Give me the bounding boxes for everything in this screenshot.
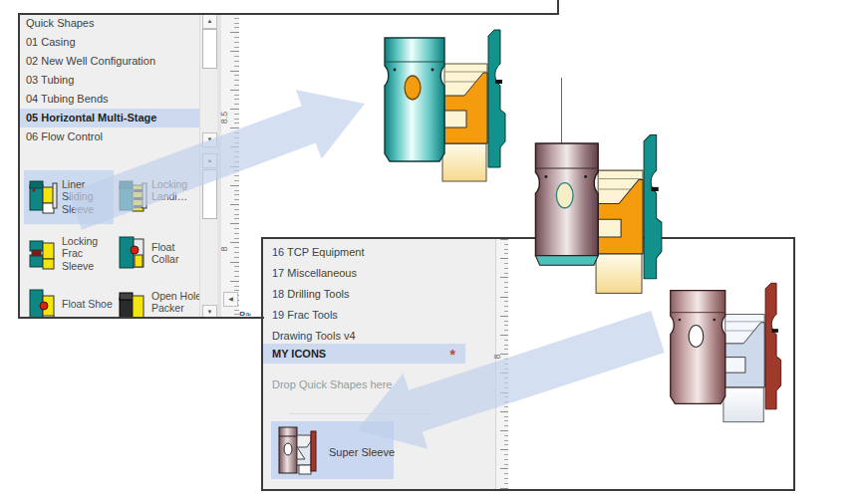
- sliding-sleeve-tool-teal[interactable]: [375, 22, 508, 189]
- ruler-label: 8: [219, 246, 229, 251]
- stencil-section-list: 16 TCP Equipment 17 Miscellaneous 18 Dri…: [263, 239, 495, 489]
- stencil-section-list: Quick Shapes 01 Casing 02 New Well Confi…: [18, 13, 199, 317]
- vertical-ruler: 8.5 8: [221, 13, 240, 317]
- page-tab[interactable]: Page-1: [239, 310, 251, 316]
- locking-frac-sleeve-icon: [28, 233, 60, 273]
- stencil-item-label: Super Sleeve: [329, 446, 395, 458]
- required-asterisk-icon: *: [450, 345, 455, 365]
- section-my-icons-label: MY ICONS: [272, 348, 326, 360]
- stencil-item-open-hole-packer[interactable]: Open Hole Packer: [114, 282, 203, 317]
- scroll-up-icon[interactable]: ▲: [202, 14, 217, 29]
- ruler-major-ticks: [230, 13, 239, 317]
- fragment1-bottom-border: [18, 317, 264, 319]
- section-16-tcp-equipment[interactable]: 16 TCP Equipment: [263, 242, 495, 262]
- locking-landing-icon: [118, 176, 149, 216]
- ruler-label: 8: [492, 354, 502, 359]
- section-list-scrollbar[interactable]: ▲ ▼ ▲ ▼: [199, 13, 218, 317]
- section-18-drilling-tools[interactable]: 18 Drilling Tools: [263, 284, 495, 304]
- stencil-item-locking-landing[interactable]: Locking Landi…: [114, 170, 203, 224]
- section-03-tubing[interactable]: 03 Tubing: [18, 71, 199, 90]
- drawing-canvas-sliver: [239, 13, 251, 317]
- stencil-item-label: Locking Landi…: [151, 178, 203, 203]
- section-my-icons[interactable]: MY ICONS *: [263, 344, 465, 364]
- stencil-item-float-shoe[interactable]: Float Shoe: [24, 282, 114, 317]
- sliding-sleeve-tool-brown[interactable]: [525, 126, 665, 302]
- slide-canvas: Quick Shapes 01 Casing 02 New Well Confi…: [0, 0, 868, 496]
- section-drawing-tools-v4[interactable]: Drawing Tools v4: [263, 326, 495, 346]
- scrollbar-thumb[interactable]: [202, 29, 217, 69]
- sliding-sleeve-tool-maroon[interactable]: [661, 276, 784, 429]
- stencil-item-label: Locking Frac Sleeve: [62, 235, 114, 272]
- float-shoe-icon: [28, 288, 60, 317]
- stencil-item-super-sleeve[interactable]: Super Sleeve: [271, 421, 394, 479]
- stencil-item-label: Float Collar: [151, 241, 203, 266]
- section-19-frac-tools[interactable]: 19 Frac Tools: [263, 305, 495, 325]
- shapes-panel-top: Quick Shapes 01 Casing 02 New Well Confi…: [18, 13, 251, 317]
- liner-sliding-sleeve-icon: [28, 176, 60, 216]
- float-collar-icon: [118, 233, 149, 273]
- section-04-tubing-bends[interactable]: 04 Tubing Bends: [18, 90, 199, 109]
- scroll-down-icon[interactable]: ▼: [202, 132, 217, 147]
- scroll-left-icon[interactable]: ◀: [223, 292, 238, 307]
- fragment1-top-border: [18, 13, 559, 15]
- stencil-item-label: Float Shoe: [62, 298, 114, 310]
- open-hole-packer-icon: [118, 288, 149, 317]
- ruler-label: 8.5: [219, 112, 229, 124]
- super-sleeve-icon: [277, 425, 321, 477]
- drop-quick-shapes-hint: Drop Quick Shapes here: [272, 378, 392, 390]
- stencil-item-float-collar[interactable]: Float Collar: [114, 227, 203, 281]
- stencil-item-liner-sliding-sleeve[interactable]: Liner Sliding Sleeve: [24, 170, 114, 224]
- section-01-casing[interactable]: 01 Casing: [18, 33, 199, 52]
- stencil-item-label: Open Hole Packer: [151, 290, 203, 315]
- stencil-item-locking-frac-sleeve[interactable]: Locking Frac Sleeve: [24, 227, 114, 281]
- list-divider: [289, 413, 433, 414]
- section-06-flow-control[interactable]: 06 Flow Control: [18, 127, 199, 146]
- scroll-down-icon[interactable]: ▼: [202, 305, 217, 317]
- section-05-horizontal-multi-stage[interactable]: 05 Horizontal Multi-Stage: [18, 109, 199, 127]
- stencil-item-label: Liner Sliding Sleeve: [62, 178, 114, 215]
- section-quick-shapes[interactable]: Quick Shapes: [18, 14, 199, 33]
- scroll-up-icon[interactable]: ▲: [202, 153, 217, 168]
- section-17-miscellaneous[interactable]: 17 Miscellaneous: [263, 263, 495, 283]
- section-02-new-well[interactable]: 02 New Well Configuration: [18, 52, 199, 71]
- fragment1-border-stub: [557, 0, 559, 15]
- scrollbar-thumb[interactable]: [202, 169, 217, 219]
- fragment1-left-border: [18, 13, 20, 319]
